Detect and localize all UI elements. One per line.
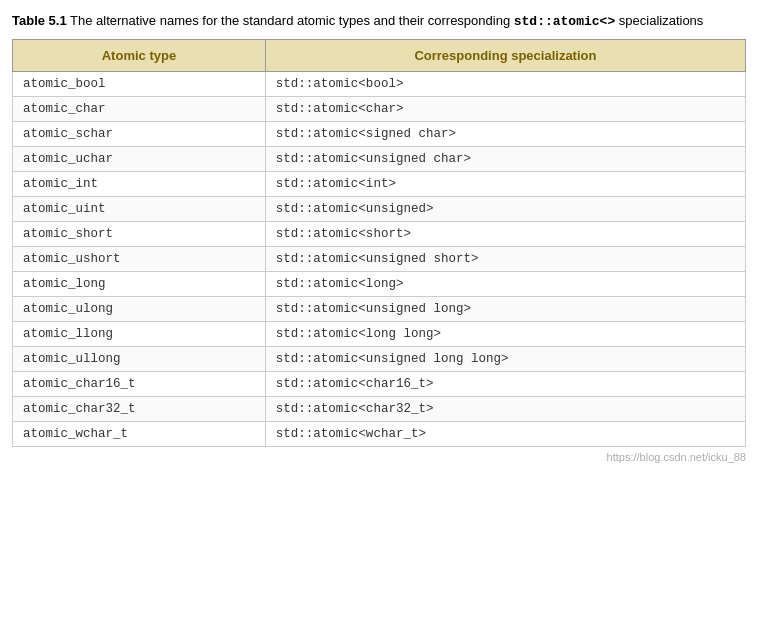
cell-atomic-type: atomic_uchar	[13, 147, 266, 172]
cell-specialization: std::atomic<unsigned long>	[265, 297, 745, 322]
cell-specialization: std::atomic<unsigned>	[265, 197, 745, 222]
cell-atomic-type: atomic_char	[13, 97, 266, 122]
cell-specialization: std::atomic<wchar_t>	[265, 422, 745, 447]
caption-suffix: specializations	[615, 13, 703, 28]
cell-atomic-type: atomic_char16_t	[13, 372, 266, 397]
cell-atomic-type: atomic_ushort	[13, 247, 266, 272]
table-row: atomic_wchar_tstd::atomic<wchar_t>	[13, 422, 746, 447]
table-row: atomic_shortstd::atomic<short>	[13, 222, 746, 247]
table-row: atomic_uintstd::atomic<unsigned>	[13, 197, 746, 222]
cell-specialization: std::atomic<long>	[265, 272, 745, 297]
table-row: atomic_scharstd::atomic<signed char>	[13, 122, 746, 147]
cell-specialization: std::atomic<unsigned long long>	[265, 347, 745, 372]
cell-specialization: std::atomic<short>	[265, 222, 745, 247]
table-row: atomic_boolstd::atomic<bool>	[13, 72, 746, 97]
cell-atomic-type: atomic_int	[13, 172, 266, 197]
table-row: atomic_ullongstd::atomic<unsigned long l…	[13, 347, 746, 372]
cell-atomic-type: atomic_bool	[13, 72, 266, 97]
cell-atomic-type: atomic_ulong	[13, 297, 266, 322]
caption-code: std::atomic<>	[514, 14, 615, 29]
atomic-types-table: Atomic type Corresponding specialization…	[12, 39, 746, 447]
table-row: atomic_intstd::atomic<int>	[13, 172, 746, 197]
table-header-row: Atomic type Corresponding specialization	[13, 40, 746, 72]
table-row: atomic_charstd::atomic<char>	[13, 97, 746, 122]
cell-specialization: std::atomic<char>	[265, 97, 745, 122]
table-row: atomic_ulongstd::atomic<unsigned long>	[13, 297, 746, 322]
cell-atomic-type: atomic_char32_t	[13, 397, 266, 422]
caption-text: The alternative names for the standard a…	[67, 13, 514, 28]
cell-atomic-type: atomic_short	[13, 222, 266, 247]
table-row: atomic_longstd::atomic<long>	[13, 272, 746, 297]
cell-atomic-type: atomic_wchar_t	[13, 422, 266, 447]
col-header-atomic-type: Atomic type	[13, 40, 266, 72]
cell-atomic-type: atomic_llong	[13, 322, 266, 347]
cell-atomic-type: atomic_long	[13, 272, 266, 297]
table-row: atomic_ushortstd::atomic<unsigned short>	[13, 247, 746, 272]
cell-specialization: std::atomic<char32_t>	[265, 397, 745, 422]
table-row: atomic_char16_tstd::atomic<char16_t>	[13, 372, 746, 397]
cell-specialization: std::atomic<int>	[265, 172, 745, 197]
cell-atomic-type: atomic_uint	[13, 197, 266, 222]
cell-specialization: std::atomic<long long>	[265, 322, 745, 347]
cell-specialization: std::atomic<bool>	[265, 72, 745, 97]
cell-atomic-type: atomic_schar	[13, 122, 266, 147]
cell-specialization: std::atomic<signed char>	[265, 122, 745, 147]
cell-specialization: std::atomic<unsigned char>	[265, 147, 745, 172]
watermark: https://blog.csdn.net/icku_88	[12, 451, 746, 463]
cell-specialization: std::atomic<unsigned short>	[265, 247, 745, 272]
caption-table-label: Table 5.1	[12, 13, 67, 28]
table-row: atomic_char32_tstd::atomic<char32_t>	[13, 397, 746, 422]
cell-specialization: std::atomic<char16_t>	[265, 372, 745, 397]
table-caption: Table 5.1 The alternative names for the …	[12, 12, 746, 31]
table-row: atomic_llongstd::atomic<long long>	[13, 322, 746, 347]
cell-atomic-type: atomic_ullong	[13, 347, 266, 372]
table-row: atomic_ucharstd::atomic<unsigned char>	[13, 147, 746, 172]
col-header-specialization: Corresponding specialization	[265, 40, 745, 72]
